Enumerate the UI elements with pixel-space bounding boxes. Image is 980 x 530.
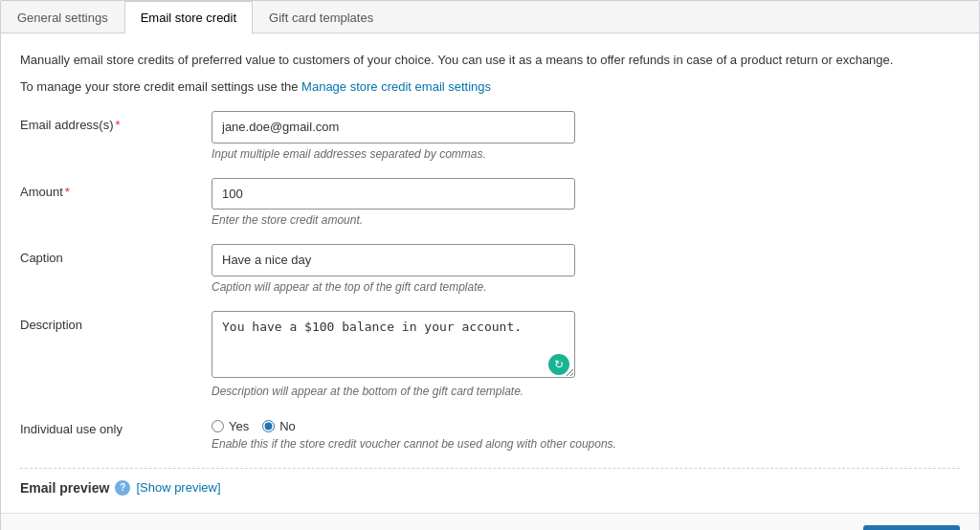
send-email-button[interactable]: Send email xyxy=(863,525,960,531)
email-hint: Input multiple email addresses separated… xyxy=(212,147,960,161)
tab-general-settings[interactable]: General settings xyxy=(1,1,124,33)
description-line2: To manage your store credit email settin… xyxy=(20,77,960,97)
description-line2-prefix: To manage your store credit email settin… xyxy=(20,79,301,94)
form-table: Email address(s)* Input multiple email a… xyxy=(20,111,960,451)
amount-field-wrapper: Enter the store credit amount. xyxy=(212,178,960,228)
caption-label: Caption xyxy=(20,244,212,265)
description-field-wrapper: You have a $100 balance in your account.… xyxy=(212,311,960,398)
tab-email-store-credit[interactable]: Email store credit xyxy=(124,1,253,33)
radio-yes-label: Yes xyxy=(229,419,249,433)
individual-use-row: Individual use only Yes No Enable this i… xyxy=(20,415,960,451)
individual-use-field-wrapper: Yes No Enable this if the store credit v… xyxy=(212,415,960,451)
radio-yes-input[interactable] xyxy=(212,420,224,432)
amount-input[interactable] xyxy=(212,178,575,210)
email-input[interactable] xyxy=(212,111,575,144)
refresh-icon-button[interactable]: ↻ xyxy=(548,354,569,375)
main-content: Manually email store credits of preferre… xyxy=(1,33,979,513)
help-icon[interactable]: ? xyxy=(115,480,130,496)
radio-group: Yes No xyxy=(212,415,960,433)
individual-use-label: Individual use only xyxy=(20,415,212,436)
email-field-wrapper: Input multiple email addresses separated… xyxy=(212,111,960,161)
amount-hint: Enter the store credit amount. xyxy=(212,213,960,227)
tab-gift-card-templates[interactable]: Gift card templates xyxy=(253,1,390,33)
email-label: Email address(s)* xyxy=(20,111,212,132)
radio-no-input[interactable] xyxy=(262,420,275,432)
radio-no-label: No xyxy=(279,419,296,433)
email-row: Email address(s)* Input multiple email a… xyxy=(20,111,960,161)
radio-yes-option[interactable]: Yes xyxy=(212,419,249,433)
manage-settings-link[interactable]: Manage store credit email settings xyxy=(301,79,491,94)
description-hint: Description will appear at the bottom of… xyxy=(212,385,960,398)
caption-field-wrapper: Caption will appear at the top of the gi… xyxy=(212,244,960,294)
textarea-wrapper: You have a $100 balance in your account.… xyxy=(212,311,575,381)
description-line1: Manually email store credits of preferre… xyxy=(20,51,960,70)
footer: Send email xyxy=(1,513,979,531)
email-preview-title: Email preview xyxy=(20,480,109,496)
caption-row: Caption Caption will appear at the top o… xyxy=(20,244,960,294)
description-label: Description xyxy=(20,311,212,332)
show-preview-link[interactable]: [Show preview] xyxy=(136,480,220,495)
email-preview-section: Email preview ? [Show preview] xyxy=(20,468,960,496)
amount-required-star: * xyxy=(65,185,70,199)
tabs-container: General settings Email store credit Gift… xyxy=(1,1,979,33)
amount-row: Amount* Enter the store credit amount. xyxy=(20,178,960,228)
individual-use-hint: Enable this if the store credit voucher … xyxy=(212,437,960,451)
caption-input[interactable] xyxy=(212,244,575,276)
radio-no-option[interactable]: No xyxy=(262,419,296,433)
email-required-star: * xyxy=(116,118,121,132)
page-wrapper: General settings Email store credit Gift… xyxy=(0,0,980,530)
description-row: Description You have a $100 balance in y… xyxy=(20,311,960,398)
description-textarea[interactable]: You have a $100 balance in your account. xyxy=(212,311,575,378)
amount-label: Amount* xyxy=(20,178,212,199)
caption-hint: Caption will appear at the top of the gi… xyxy=(212,280,960,294)
email-preview-header: Email preview ? [Show preview] xyxy=(20,480,960,496)
